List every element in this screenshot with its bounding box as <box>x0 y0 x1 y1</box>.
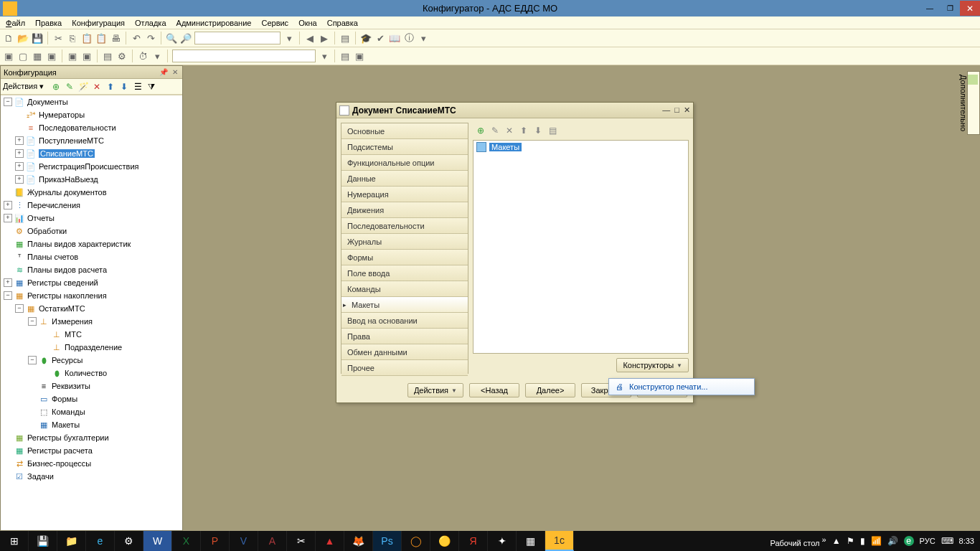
tray-time[interactable]: 8:33 <box>959 537 974 545</box>
tree-calc-regs[interactable]: ▦Регистры расчета <box>1 444 182 457</box>
tab-forms[interactable]: Формы <box>341 250 468 265</box>
menu-edit[interactable]: Правка <box>35 19 62 27</box>
tray-battery-icon[interactable]: ▮ <box>860 536 865 546</box>
task-ie[interactable]: e <box>86 531 115 551</box>
panel-pin-icon[interactable]: 📌 <box>159 68 168 77</box>
tray-net-icon[interactable]: 📶 <box>871 536 882 546</box>
t2-c-icon[interactable]: ▦ <box>32 50 43 62</box>
add-icon[interactable]: ⊕ <box>51 82 61 92</box>
list-down-icon[interactable]: ⬇ <box>533 126 543 136</box>
tree-accum-regs[interactable]: −▦Регистры накопления <box>1 289 182 302</box>
tree-journals[interactable]: 📒Журналы документов <box>1 186 182 199</box>
menu-help[interactable]: Справка <box>327 19 358 27</box>
paste-icon[interactable]: 📋 <box>81 32 93 44</box>
menu-config[interactable]: Конфигурация <box>72 19 125 27</box>
tree-tasks[interactable]: ☑Задачи <box>1 470 182 483</box>
tree-dimensions[interactable]: −⊥Измерения <box>1 315 182 328</box>
tray-lang[interactable]: РУС <box>920 537 936 545</box>
task-word[interactable]: W <box>143 531 172 551</box>
fwd-icon[interactable]: ▶ <box>319 32 330 44</box>
t2-f-icon[interactable]: ▣ <box>81 50 93 62</box>
tree-commands[interactable]: ⬚Команды <box>1 405 182 418</box>
tab-subsystems[interactable]: Подсистемы <box>341 139 468 155</box>
tray-vol-icon[interactable]: 🔊 <box>887 536 898 546</box>
undo-icon[interactable]: ↶ <box>131 32 142 44</box>
doc-minimize-icon[interactable]: — <box>662 105 670 115</box>
tree-ostatki[interactable]: −▦ОстаткиМТС <box>1 302 182 315</box>
tree-qty[interactable]: ⬮Количество <box>1 367 182 380</box>
tree-char-plans[interactable]: ▦Планы видов характеристик <box>1 237 182 250</box>
list-add-icon[interactable]: ⊕ <box>476 126 486 136</box>
menu-file[interactable]: Файл <box>6 19 25 27</box>
tree-spisanie[interactable]: +📄СписаниеМТС <box>1 147 182 160</box>
cut-icon[interactable]: ✂ <box>52 32 64 44</box>
list-edit-icon[interactable]: ✎ <box>490 126 500 136</box>
edit-icon[interactable]: ✎ <box>65 82 75 92</box>
t2-a-icon[interactable]: ▣ <box>3 50 14 62</box>
tab-main[interactable]: Основные <box>341 123 468 139</box>
back-icon[interactable]: ◀ <box>304 32 316 44</box>
info-icon[interactable]: ⓘ <box>403 32 415 44</box>
tab-movements[interactable]: Движения <box>341 202 468 218</box>
list-item[interactable]: Макеты <box>473 141 688 154</box>
find-icon[interactable]: 🔍 <box>166 32 177 44</box>
t2-d-icon[interactable]: ▣ <box>46 50 57 62</box>
copy-icon[interactable]: ⎘ <box>67 32 78 44</box>
dropdown-icon[interactable]: ▾ <box>283 32 295 44</box>
minimize-button[interactable] <box>920 1 940 16</box>
tab-input[interactable]: Поле ввода <box>341 265 468 281</box>
menu-admin[interactable]: Администрирование <box>176 19 252 27</box>
tree-calc-plans[interactable]: ≋Планы видов расчета <box>1 263 182 276</box>
tab-journals[interactable]: Журналы <box>341 234 468 250</box>
t2-g-icon[interactable]: ▤ <box>102 50 113 62</box>
tree-info-regs[interactable]: +▦Регистры сведений <box>1 276 182 289</box>
tree-numerators[interactable]: ₂³⁴Нумераторы <box>1 108 182 121</box>
task-access[interactable]: A <box>258 531 287 551</box>
tray-flag-icon[interactable]: ⚑ <box>847 536 854 546</box>
tab-based-input[interactable]: Ввод на основании <box>341 313 468 329</box>
tab-data[interactable]: Данные <box>341 171 468 187</box>
t2-dd-icon[interactable]: ▾ <box>151 50 163 62</box>
paste2-icon[interactable]: 📋 <box>95 32 107 44</box>
t2-e-icon[interactable]: ▣ <box>67 50 78 62</box>
task-1c[interactable]: 1c <box>545 531 574 551</box>
tab-commands[interactable]: Команды <box>341 281 468 297</box>
tab-func-opts[interactable]: Функциональные опции <box>341 155 468 171</box>
tree-mtc[interactable]: ⊥МТС <box>1 328 182 341</box>
syntax-icon[interactable]: ✔ <box>374 32 386 44</box>
menu-windows[interactable]: Окна <box>298 19 317 27</box>
tab-sequences[interactable]: Последовательности <box>341 218 468 234</box>
tree-accounts[interactable]: ᵀПланы счетов <box>1 250 182 263</box>
task-yandex[interactable]: Я <box>459 531 488 551</box>
tab-other[interactable]: Прочее <box>341 360 468 376</box>
tree-postuplenie[interactable]: +📄ПоступлениеМТС <box>1 134 182 147</box>
down-icon[interactable]: ⬇ <box>119 82 129 92</box>
task-excel[interactable]: X <box>172 531 201 551</box>
redo-icon[interactable]: ↷ <box>145 32 156 44</box>
task-explorer[interactable]: 📁 <box>57 531 86 551</box>
tray-up-icon[interactable]: ▲ <box>832 536 841 546</box>
zoom-icon[interactable]: 🔎 <box>180 32 192 44</box>
side-tab-additional[interactable]: Дополнительно <box>967 71 980 135</box>
t2-b-icon[interactable]: ▢ <box>17 50 29 62</box>
task-snip[interactable]: ✂ <box>287 531 316 551</box>
back-button[interactable]: <Назад <box>469 383 519 397</box>
next-button[interactable]: Далее> <box>525 383 575 397</box>
up-icon[interactable]: ⬆ <box>105 82 116 92</box>
book-icon[interactable]: 📖 <box>389 32 400 44</box>
t2-j-icon[interactable]: ▣ <box>354 50 365 62</box>
more-icon[interactable]: ▾ <box>418 32 429 44</box>
tree-reg-proish[interactable]: +📄РегистрацияПроисшествия <box>1 160 182 173</box>
task-unknown1[interactable]: ✦ <box>488 531 517 551</box>
doc-maximize-icon[interactable]: □ <box>674 105 679 115</box>
doc-titlebar[interactable]: Документ СписаниеМТС — □ ✕ <box>336 103 693 118</box>
tree-attrs[interactable]: ≡Реквизиты <box>1 380 182 392</box>
tree-enums[interactable]: +⋮Перечисления <box>1 199 182 212</box>
task-visio[interactable]: V <box>230 531 258 551</box>
start-button[interactable]: ⊞ <box>0 531 29 551</box>
task-save[interactable]: 💾 <box>29 531 57 551</box>
grad-icon[interactable]: 🎓 <box>360 32 372 44</box>
desktop-label[interactable]: Рабочий стол » <box>770 535 826 547</box>
config-panel-header[interactable]: Конфигурация 📌 ✕ <box>1 66 182 79</box>
list-delete-icon[interactable]: ✕ <box>504 126 514 136</box>
